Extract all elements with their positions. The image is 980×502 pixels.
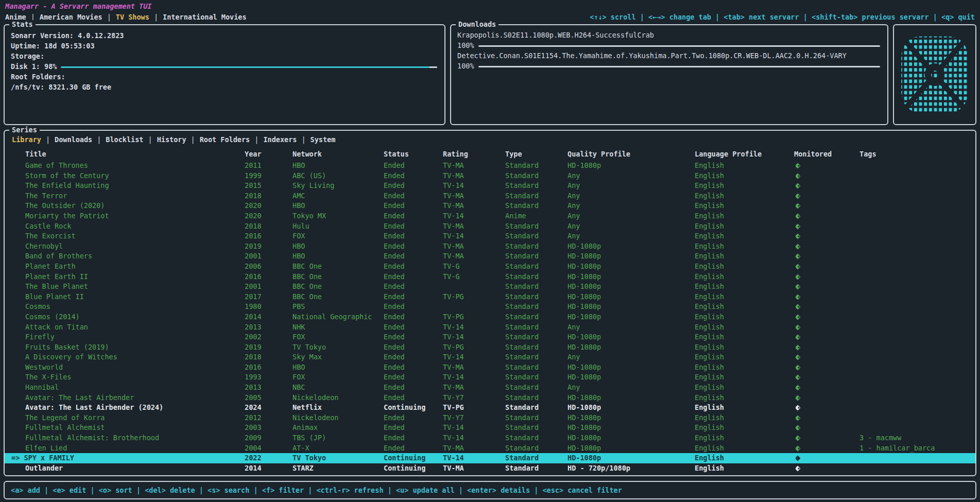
- cell-monitored: [794, 393, 859, 403]
- monitored-tag-icon: [795, 213, 800, 219]
- series-tab-history[interactable]: History: [157, 135, 186, 144]
- cell-rating: TV-MA: [443, 201, 505, 211]
- servarr-tab-tv-shows[interactable]: TV Shows: [116, 13, 149, 21]
- cell-status: Ended: [384, 322, 443, 333]
- series-tab-blocklist[interactable]: Blocklist: [106, 135, 143, 144]
- cell-network: HBO: [293, 362, 384, 373]
- cell-rating: TV-14: [443, 332, 505, 342]
- cell-title: Chernobyl: [25, 241, 245, 252]
- table-row[interactable]: Hannibal2013NBCEndedTV-MAStandardAnyEngl…: [5, 383, 975, 393]
- servarr-tab-international-movies[interactable]: International Movies: [163, 13, 247, 21]
- cell-quality: Any: [568, 181, 695, 191]
- hint-label: details: [496, 486, 530, 494]
- cell-status: Ended: [384, 201, 443, 211]
- table-row[interactable]: Westworld2016HBOEndedTV-MAStandardHD-108…: [5, 362, 975, 373]
- table-row[interactable]: Moriarty the Patriot2020Tokyo MXEndedTV-…: [5, 211, 975, 221]
- cell-tags: [859, 413, 975, 423]
- cell-year: 2004: [245, 443, 293, 454]
- monitored-tag-icon: [795, 254, 800, 259]
- table-row[interactable]: Planet Earth2006BBC OneEndedTV-GStandard…: [5, 262, 975, 272]
- series-tab-indexers[interactable]: Indexers: [263, 135, 297, 144]
- table-row[interactable]: Avatar: The Last Airbender2005Nickelodeo…: [5, 393, 975, 403]
- table-row[interactable]: Game of Thrones2011HBOEndedTV-MAStandard…: [5, 161, 975, 171]
- cell-monitored: [794, 251, 859, 262]
- series-tab-downloads[interactable]: Downloads: [55, 135, 92, 144]
- cell-quality: HD-1080p: [568, 251, 695, 262]
- hint-edit: <e> edit: [53, 486, 86, 494]
- hint-quit: <q> quit: [941, 13, 975, 21]
- series-tab-library[interactable]: Library: [12, 135, 41, 144]
- cell-monitored: [794, 463, 859, 473]
- table-row[interactable]: A Discovery of Witches2018Sky MaxEndedTV…: [5, 352, 975, 362]
- cell-monitored: [794, 332, 859, 342]
- series-tab-system[interactable]: System: [311, 135, 336, 144]
- cell-year: 1999: [245, 171, 293, 181]
- cell-rating: TV-14: [443, 181, 505, 191]
- table-row[interactable]: Planet Earth II2016BBC OneEndedTV-GStand…: [5, 272, 975, 282]
- table-row[interactable]: The Enfield Haunting2015Sky LivingEndedT…: [5, 181, 975, 191]
- cell-rating: TV-PG: [443, 342, 505, 353]
- table-row[interactable]: Fruits Basket (2019)2019TV TokyoEndedTV-…: [5, 342, 975, 353]
- cell-status: Ended: [384, 171, 443, 181]
- table-row[interactable]: Cosmos (2014)2014National GeographicEnde…: [5, 312, 975, 322]
- separator: |: [455, 486, 467, 494]
- cell-monitored: [794, 352, 859, 362]
- cell-title: Band of Brothers: [25, 251, 245, 262]
- downloads-panel: Downloads Krapopolis.S02E11.1080p.WEB.H2…: [450, 24, 888, 125]
- series-tab-root-folders[interactable]: Root Folders: [200, 135, 250, 144]
- separator: |: [195, 486, 208, 494]
- cell-language: English: [695, 322, 794, 333]
- separator: |: [249, 486, 262, 494]
- cell-monitored: [794, 211, 859, 221]
- table-row[interactable]: The Exorcist2016FOXEndedTV-14StandardAny…: [5, 231, 975, 241]
- cell-type: Standard: [505, 171, 568, 181]
- download-name: Krapopolis.S02E11.1080p.WEB.H264-Success…: [457, 30, 881, 40]
- cell-language: English: [695, 372, 794, 383]
- table-row[interactable]: => SPY x FAMILY2022TV TokyoContinuingTV-…: [5, 453, 975, 463]
- cell-type: Standard: [505, 383, 568, 393]
- cell-rating: TV-MA: [443, 161, 505, 171]
- cell-rating: [443, 282, 505, 292]
- monitored-tag-icon: [795, 304, 800, 310]
- cell-network: BBC One: [293, 262, 384, 272]
- table-row[interactable]: Chernobyl2019HBOEndedTV-MAStandardHD-108…: [5, 241, 975, 252]
- table-row[interactable]: The X-Files1993FOXEndedTV-14StandardHD-1…: [5, 372, 975, 383]
- table-row[interactable]: Fullmetal Alchemist: Brotherhood2009TBS …: [5, 433, 975, 443]
- table-row[interactable]: Blue Planet II2017BBC OneEndedTV-PGStand…: [5, 292, 975, 302]
- managarr-app: Managarr - A Servarr management TUI Anim…: [0, 0, 980, 502]
- table-row[interactable]: The Blue Planet2001BBC OneEndedStandardH…: [5, 282, 975, 292]
- hint-label: edit: [65, 486, 87, 494]
- cell-quality: HD-1080p: [568, 393, 695, 403]
- table-row[interactable]: The Legend of Korra2012NickelodeonEndedT…: [5, 413, 975, 423]
- table-row[interactable]: The Outsider (2020)2020HBOEndedTV-MAStan…: [5, 201, 975, 211]
- app-title: Managarr - A Servarr management TUI: [4, 1, 976, 11]
- series-table-header: TitleYearNetworkStatusRatingTypeQuality …: [5, 147, 975, 161]
- cell-rating: TV-14: [443, 322, 505, 333]
- table-row[interactable]: Fullmetal Alchemist2003AnimaxEndedTV-14S…: [5, 423, 975, 433]
- cell-rating: TV-MA: [443, 362, 505, 373]
- hint-key: <esc>: [542, 486, 563, 494]
- table-row[interactable]: Outlander2014STARZContinuingTV-MAStandar…: [5, 463, 975, 473]
- cell-title: The Exorcist: [25, 231, 245, 241]
- table-row[interactable]: Avatar: The Last Airbender (2024)2024Net…: [5, 403, 975, 413]
- cell-rating: TV-14: [443, 352, 505, 362]
- table-row[interactable]: The Terror2018AMCEndedTV-MAStandardAnyEn…: [5, 191, 975, 201]
- table-row[interactable]: Attack on Titan2013NHKEndedTV-14Standard…: [5, 322, 975, 333]
- cell-title: Avatar: The Last Airbender (2024): [25, 403, 245, 413]
- monitored-tag-icon: [795, 294, 800, 300]
- table-row[interactable]: Band of Brothers2001HBOEndedTV-MAStandar…: [5, 251, 975, 262]
- cell-title: Westworld: [25, 362, 245, 373]
- table-row[interactable]: Elfen Lied2004AT-XEndedTV-MAStandardHD-1…: [5, 443, 975, 454]
- cell-quality: HD-1080p: [568, 262, 695, 272]
- table-row[interactable]: Cosmos1980PBSEndedStandardHD-1080pEnglis…: [5, 302, 975, 312]
- table-row[interactable]: Storm of the Century1999ABC (US)EndedTV-…: [5, 171, 975, 181]
- cell-quality: Any: [568, 221, 695, 232]
- table-row[interactable]: Firefly2002FOXEndedTV-14StandardHD-1080p…: [5, 332, 975, 342]
- servarr-tab-american-movies[interactable]: American Movies: [40, 13, 102, 21]
- cell-monitored: [794, 272, 859, 282]
- cell-type: Standard: [505, 282, 568, 292]
- cell-year: 2006: [245, 262, 293, 272]
- table-row[interactable]: Castle Rock2018HuluEndedTV-MAStandardAny…: [5, 221, 975, 232]
- cell-rating: [443, 302, 505, 312]
- monitored-tag-icon: [795, 244, 800, 249]
